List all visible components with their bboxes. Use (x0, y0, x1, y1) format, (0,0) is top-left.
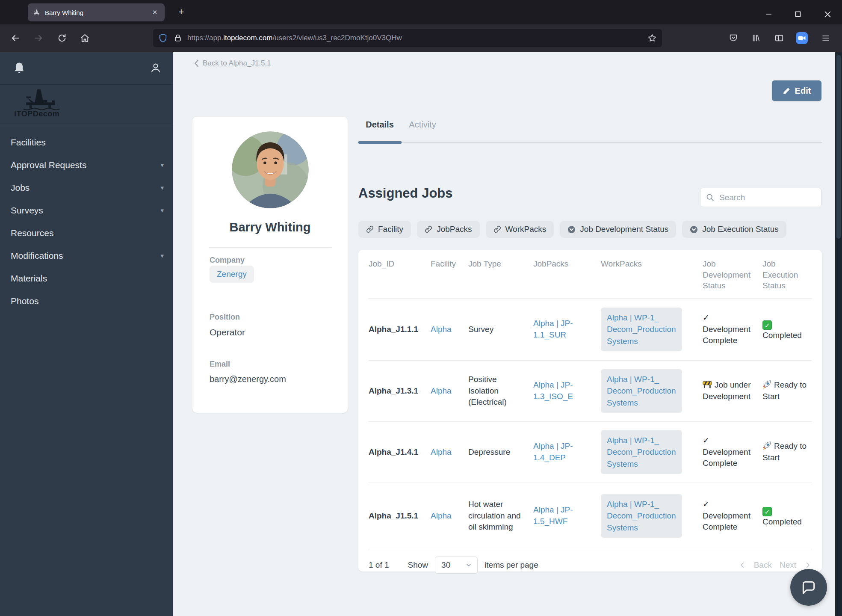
sidebar-item-modifications[interactable]: Modifications ▾ (0, 244, 173, 267)
video-call-extension-button[interactable] (794, 30, 810, 46)
sidebar-item-approval-requests[interactable]: Approval Requests ▾ (0, 154, 173, 176)
sidebar-item-resources[interactable]: Resources (0, 222, 173, 244)
forward-arrow-icon (33, 33, 44, 43)
pagination-next-button[interactable]: Next (780, 560, 796, 570)
status-label: Development Complete (703, 325, 750, 345)
search-icon (706, 193, 715, 202)
green-checkbox-icon: ✓ (762, 320, 772, 330)
sidebar-item-jobs[interactable]: Jobs ▾ (0, 176, 173, 199)
pocket-button[interactable] (726, 30, 741, 46)
job-execution-status: ✓Completed (762, 497, 812, 536)
tab-close-icon[interactable]: ✕ (150, 8, 160, 17)
menu-button[interactable] (818, 30, 833, 46)
facility-link[interactable]: Alpha (431, 447, 452, 456)
filter-chips: Facility JobPacks WorkPacks Job Developm… (358, 221, 786, 238)
check-icon: ✓ (703, 499, 709, 510)
chevron-right-icon[interactable] (804, 561, 812, 569)
chevron-left-icon[interactable] (739, 561, 746, 569)
lock-icon[interactable] (174, 34, 182, 42)
sidebar-item-materials[interactable]: Materials (0, 267, 173, 290)
table-row: Alpha_J1.5.1 Alpha Hot water circulation… (369, 483, 812, 549)
email-label: Email (210, 360, 230, 369)
circle-chevron-icon (567, 225, 576, 234)
sidebar-item-facilities[interactable]: Facilities (0, 131, 173, 154)
sidebar-item-label: Materials (11, 273, 47, 284)
facility-link[interactable]: Alpha (431, 511, 452, 520)
app-logo[interactable]: iTOPDecom (0, 85, 173, 124)
back-link[interactable]: Back to Alpha_J1.5.1 (194, 59, 271, 68)
workpack-chip-link[interactable]: Alpha | WP-1_Decom_ProductionSystems (601, 494, 682, 538)
page-scrollbar[interactable] (835, 52, 842, 616)
jobpack-link[interactable]: Alpha | JP-1.1_SUR (533, 319, 573, 339)
tab-details[interactable]: Details (358, 120, 401, 142)
filter-job-development-status[interactable]: Job Development Status (560, 221, 676, 238)
address-bar[interactable]: https://app.itopdecom.com/users2/view/us… (153, 29, 662, 47)
pagination-back-button[interactable]: Back (754, 560, 772, 570)
app-logo-text: iTOPDecom (14, 110, 59, 118)
active-tab-indicator (358, 141, 402, 144)
filter-label: JobPacks (437, 225, 472, 234)
workpack-chip-link[interactable]: Alpha | WP-1_Decom_ProductionSystems (601, 308, 682, 352)
browser-tab[interactable]: Barry Whiting ✕ (28, 3, 165, 21)
jobpack-link[interactable]: Alpha | JP-1.3_ISO_E (533, 380, 573, 401)
rocket-icon (762, 441, 771, 450)
url-path: /users2/view/us3_rec2DmoKtjo0V3QHw (272, 34, 402, 42)
sidebar-item-surveys[interactable]: Surveys ▾ (0, 199, 173, 222)
window-close-button[interactable] (819, 9, 836, 20)
forward-button[interactable] (31, 30, 46, 46)
sidebar-toggle-button[interactable] (771, 30, 787, 46)
job-development-status: ✓Development Complete (703, 305, 758, 354)
facility-link[interactable]: Alpha (431, 325, 452, 334)
filter-workpacks[interactable]: WorkPacks (486, 221, 554, 238)
bookmark-star-icon[interactable] (647, 33, 657, 43)
account-person-icon[interactable] (149, 62, 162, 74)
tabs-underline (358, 142, 822, 143)
job-type: Depressure (468, 439, 529, 466)
browser-tab-bar: Barry Whiting ✕ + (0, 0, 842, 24)
tab-activity[interactable]: Activity (401, 120, 444, 142)
position-value: Operator (210, 327, 245, 338)
library-button[interactable] (748, 30, 764, 46)
video-camera-icon (795, 32, 808, 44)
search-input[interactable] (700, 188, 821, 207)
url-text[interactable]: https://app.itopdecom.com/users2/view/us… (187, 34, 402, 42)
check-icon: ✓ (703, 435, 709, 447)
filter-jobpacks[interactable]: JobPacks (417, 221, 479, 238)
notifications-bell-icon[interactable] (13, 62, 26, 75)
facility-link[interactable]: Alpha (431, 386, 452, 395)
filter-facility[interactable]: Facility (358, 221, 411, 238)
chat-launcher-button[interactable] (790, 569, 827, 606)
shield-icon[interactable] (158, 33, 168, 43)
home-button[interactable] (77, 30, 92, 46)
hamburger-icon (821, 34, 830, 42)
job-id: Alpha_J1.5.1 (369, 503, 426, 530)
oil-rig-logo-icon (22, 87, 62, 110)
company-value-chip[interactable]: Zenergy (210, 266, 254, 283)
new-tab-button[interactable]: + (174, 6, 188, 19)
job-id: Alpha_J1.1.1 (369, 316, 426, 343)
items-per-page-select[interactable]: 30 (435, 557, 478, 574)
column-header-jobpacks: JobPacks (533, 258, 597, 270)
scrollbar-thumb[interactable] (836, 55, 841, 239)
jobpack-link[interactable]: Alpha | JP-1.5_HWF (533, 505, 573, 526)
reload-button[interactable] (54, 30, 70, 46)
job-execution-status: ✓Completed (762, 310, 812, 349)
chevron-down-icon: ▾ (160, 184, 164, 192)
back-button[interactable] (8, 30, 23, 46)
site-favicon-rig-icon (33, 9, 41, 16)
sidebar-item-label: Jobs (11, 183, 30, 193)
job-type: Positive Isolation (Electrical) (468, 366, 529, 416)
window-maximize-button[interactable] (789, 9, 807, 20)
job-execution-status: Ready to Start (762, 372, 812, 410)
filter-job-execution-status[interactable]: Job Execution Status (682, 221, 786, 238)
sidebar-item-photos[interactable]: Photos (0, 290, 173, 312)
workpack-chip-link[interactable]: Alpha | WP-1_Decom_ProductionSystems (601, 369, 682, 413)
edit-button[interactable]: Edit (772, 80, 821, 101)
jobpack-link[interactable]: Alpha | JP-1.4_DEP (533, 441, 573, 462)
workpack-chip-link[interactable]: Alpha | WP-1_Decom_ProductionSystems (601, 430, 682, 474)
link-icon (366, 225, 374, 233)
sidebar-item-label: Surveys (11, 205, 43, 216)
column-header-workpacks: WorkPacks (601, 258, 698, 270)
table-row: Alpha_J1.3.1 Alpha Positive Isolation (E… (369, 361, 812, 422)
window-minimize-button[interactable] (760, 9, 777, 20)
